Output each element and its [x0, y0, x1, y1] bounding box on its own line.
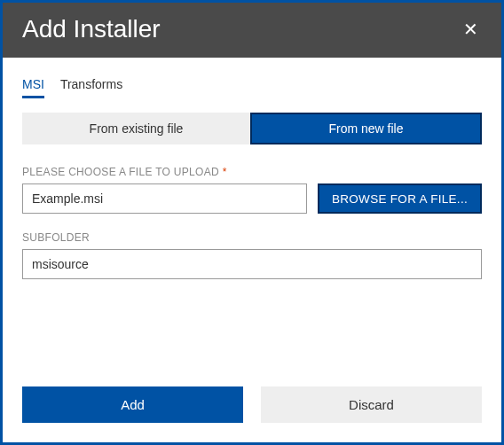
discard-button[interactable]: Discard: [261, 386, 482, 423]
from-new-file-button[interactable]: From new file: [250, 113, 482, 144]
upload-field-group: PLEASE CHOOSE A FILE TO UPLOAD * BROWSE …: [22, 166, 482, 214]
tab-transforms[interactable]: Transforms: [60, 72, 122, 98]
file-path-input[interactable]: [22, 183, 307, 214]
subfolder-field-group: SUBFOLDER: [22, 231, 482, 279]
browse-file-button[interactable]: BROWSE FOR A FILE...: [318, 183, 482, 214]
dialog-title: Add Installer: [22, 15, 161, 43]
add-installer-dialog: Add Installer ✕ MSI Transforms From exis…: [0, 0, 504, 445]
tabs: MSI Transforms: [22, 72, 482, 98]
upload-label-text: PLEASE CHOOSE A FILE TO UPLOAD: [22, 166, 219, 178]
subfolder-label: SUBFOLDER: [22, 231, 482, 244]
dialog-header: Add Installer ✕: [3, 3, 501, 58]
close-icon[interactable]: ✕: [460, 17, 482, 42]
tab-msi[interactable]: MSI: [22, 72, 44, 98]
from-existing-file-button[interactable]: From existing file: [22, 113, 250, 144]
required-indicator: *: [223, 166, 227, 178]
upload-label: PLEASE CHOOSE A FILE TO UPLOAD *: [22, 166, 482, 178]
dialog-content: MSI Transforms From existing file From n…: [3, 58, 501, 371]
file-row: BROWSE FOR A FILE...: [22, 183, 482, 214]
dialog-footer: Add Discard: [3, 371, 501, 442]
subfolder-input[interactable]: [22, 249, 482, 279]
add-button[interactable]: Add: [22, 386, 243, 423]
source-toggle: From existing file From new file: [22, 113, 482, 144]
